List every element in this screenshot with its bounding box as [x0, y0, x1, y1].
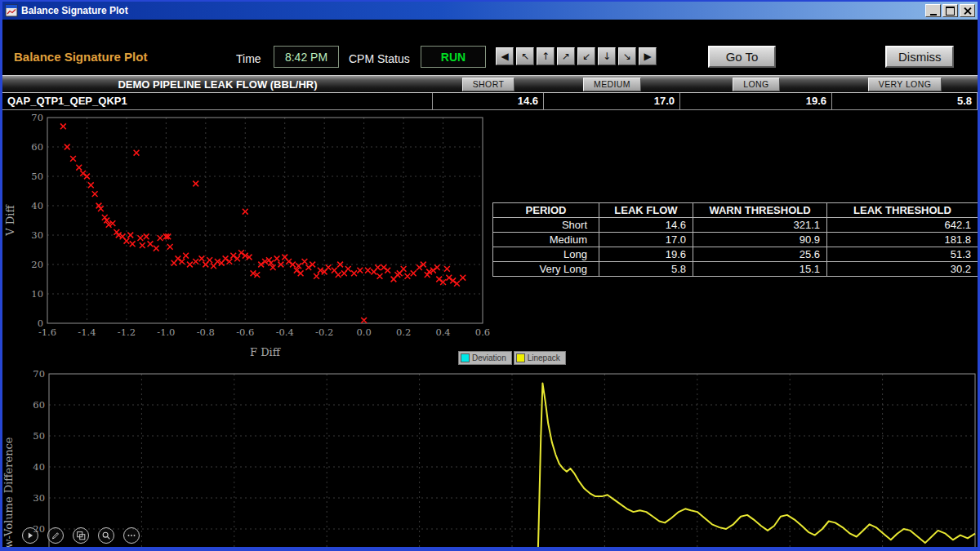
scatter-plot-area[interactable]: 010203040506070-1.6-1.4-1.2-1.0-0.8-0.6-… — [2, 111, 492, 369]
svg-text:-1.0: -1.0 — [157, 327, 175, 338]
play-button[interactable] — [22, 527, 38, 544]
title-bar: Balance Signature Plot — [2, 2, 978, 20]
toolbar: Balance Signature Plot Time 8:42 PM CPM … — [2, 20, 978, 73]
svg-text:0.2: 0.2 — [396, 327, 411, 338]
dismiss-button[interactable]: Dismiss — [885, 46, 954, 68]
leak-flow-header-band: DEMO PIPELINE LEAK FLOW (BBL/HR) SHORT M… — [2, 75, 978, 93]
period-button-very-long[interactable]: VERY LONG — [868, 78, 942, 91]
value-cell: 25.6 — [693, 247, 827, 262]
svg-text:-1.6: -1.6 — [38, 327, 56, 338]
tile-windows-button[interactable] — [73, 527, 89, 544]
more-options-button[interactable] — [123, 527, 140, 544]
pan-northwest-icon[interactable]: ↖ — [516, 47, 534, 65]
svg-text:20: 20 — [31, 259, 43, 270]
pan-west-icon[interactable]: ◀ — [496, 47, 514, 65]
value-cell: 15.1 — [693, 262, 827, 277]
page-title: Balance Signature Plot — [14, 50, 147, 64]
minimize-button[interactable] — [925, 4, 941, 17]
time-value-box: 8:42 PM — [274, 46, 339, 68]
legend-item-deviation[interactable]: Deviation — [458, 351, 512, 365]
chart-legend: DeviationLinepack — [458, 351, 566, 365]
close-button[interactable] — [960, 4, 975, 17]
svg-text:-0.4: -0.4 — [276, 327, 294, 338]
pan-south-icon[interactable]: ↓ — [598, 47, 616, 65]
flow-value-long: 19.6 — [680, 93, 832, 109]
table-row: Long19.625.651.3 — [493, 247, 978, 262]
value-cell: 642.1 — [827, 218, 978, 233]
svg-text:V Diff: V Diff — [4, 204, 16, 237]
period-button-medium[interactable]: MEDIUM — [583, 78, 641, 91]
svg-text:-0.2: -0.2 — [315, 327, 333, 338]
legend-label: Linepack — [528, 353, 560, 362]
svg-text:40: 40 — [31, 200, 43, 211]
period-button-short[interactable]: SHORT — [462, 78, 515, 91]
period-cell: Medium — [493, 233, 599, 247]
svg-text:0.6: 0.6 — [475, 327, 490, 338]
svg-text:-1.2: -1.2 — [118, 327, 136, 338]
pan-southeast-icon[interactable]: ↘ — [618, 47, 636, 65]
close-icon — [964, 7, 972, 15]
time-label: Time — [236, 52, 261, 65]
signature-scatter-chart: 010203040506070-1.6-1.4-1.2-1.0-0.8-0.6-… — [2, 111, 492, 369]
pan-north-icon[interactable]: ↑ — [537, 47, 555, 65]
threshold-table: PERIOD LEAK FLOW WARN THRESHOLD LEAK THR… — [492, 202, 978, 277]
cpm-status-label: CPM Status — [349, 52, 410, 65]
app-window: Balance Signature Plot Balance Signature… — [0, 0, 980, 551]
svg-text:30: 30 — [33, 492, 45, 504]
period-button-long[interactable]: LONG — [733, 78, 779, 91]
pan-northeast-icon[interactable]: ↗ — [557, 47, 575, 65]
pipeline-flow-row[interactable]: QAP_QTP1_QEP_QKP1 14.6 17.0 19.6 5.8 — [2, 93, 978, 110]
legend-label: Deviation — [472, 353, 506, 362]
window-controls — [925, 4, 975, 17]
period-cell: Short — [493, 218, 599, 233]
svg-text:-0.8: -0.8 — [197, 327, 215, 338]
threshold-table-body: Short14.6321.1642.1Medium17.090.9181.8Lo… — [493, 218, 978, 277]
svg-text:F Diff: F Diff — [250, 346, 282, 358]
value-cell: 321.1 — [693, 218, 827, 233]
svg-text:Flow-Volume Difference: Flow-Volume Difference — [2, 437, 15, 547]
value-cell: 14.6 — [599, 218, 693, 233]
chart-toolbar — [22, 527, 140, 544]
value-cell: 5.8 — [599, 262, 693, 277]
svg-text:40: 40 — [33, 461, 45, 473]
maximize-button[interactable] — [942, 4, 958, 17]
value-cell: 19.6 — [599, 247, 693, 262]
col-warn-threshold: WARN THRESHOLD — [693, 203, 827, 218]
value-cell: 30.2 — [827, 262, 978, 277]
legend-item-linepack[interactable]: Linepack — [514, 351, 566, 365]
zoom-icon — [100, 530, 112, 541]
svg-text:50: 50 — [31, 171, 43, 182]
trend-plot-area[interactable]: 010203040506070Flow-Volume Difference — [2, 369, 978, 547]
table-header-row: PERIOD LEAK FLOW WARN THRESHOLD LEAK THR… — [493, 203, 978, 218]
svg-text:0.4: 0.4 — [435, 327, 450, 338]
leak-flow-title: DEMO PIPELINE LEAK FLOW (BBL/HR) — [2, 78, 433, 91]
pipeline-name: QAP_QTP1_QEP_QKP1 — [2, 93, 433, 109]
period-cell: Very Long — [493, 262, 599, 277]
play-icon — [24, 530, 36, 541]
trend-chart: 010203040506070Flow-Volume Difference — [2, 369, 978, 547]
zoom-button[interactable] — [98, 527, 114, 544]
value-cell: 17.0 — [599, 233, 693, 247]
svg-text:-0.6: -0.6 — [236, 327, 254, 338]
goto-button[interactable]: Go To — [708, 46, 776, 68]
svg-text:10: 10 — [31, 288, 43, 300]
flow-value-very-long: 5.8 — [832, 93, 978, 109]
pencil-icon — [50, 530, 61, 541]
pan-southwest-icon[interactable]: ↙ — [577, 47, 595, 65]
svg-text:70: 70 — [33, 369, 45, 380]
svg-text:70: 70 — [31, 112, 43, 123]
cpm-status-value: RUN — [421, 46, 486, 68]
value-cell: 181.8 — [827, 233, 978, 247]
pan-east-icon[interactable]: ▶ — [639, 47, 657, 65]
svg-text:50: 50 — [33, 430, 45, 442]
more-options-icon — [126, 530, 137, 541]
maximize-icon — [946, 7, 955, 16]
legend-swatch — [461, 353, 470, 362]
minimize-icon — [930, 14, 937, 16]
edit-button[interactable] — [47, 527, 64, 544]
app-icon — [5, 4, 18, 17]
table-row: Medium17.090.9181.8 — [493, 233, 978, 247]
flow-value-short: 14.6 — [433, 93, 544, 109]
table-row: Short14.6321.1642.1 — [493, 218, 978, 233]
period-cell: Long — [493, 247, 599, 262]
